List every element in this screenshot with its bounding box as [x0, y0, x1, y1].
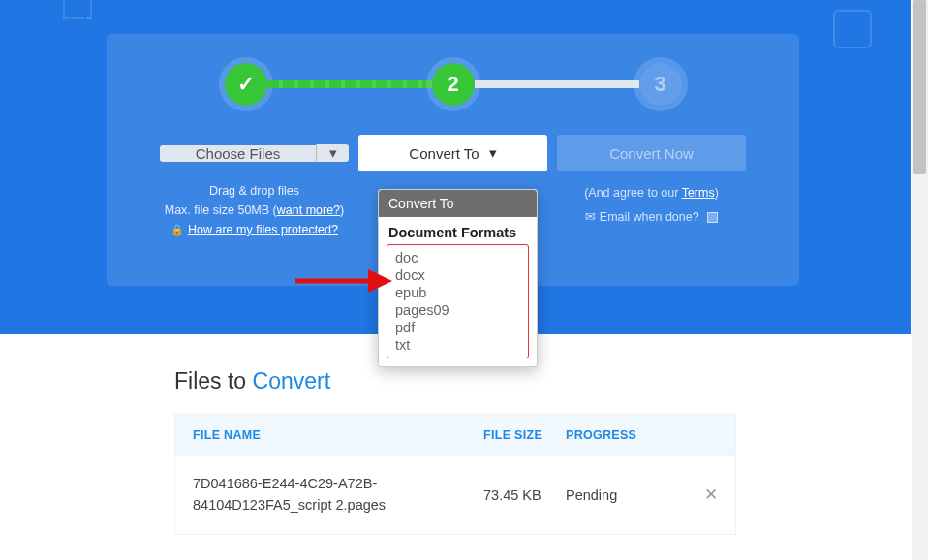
choose-files-label: Choose Files: [160, 145, 316, 162]
chevron-down-icon: ▾: [489, 144, 497, 162]
agree-text-c: ): [715, 186, 719, 200]
cell-filename: 7D041686-E244-4C29-A72B-84104D123FA5_scr…: [193, 474, 483, 516]
step-connector-2: [475, 80, 639, 88]
check-icon: [237, 72, 255, 97]
scrollbar-thumb[interactable]: [913, 0, 926, 174]
convert-to-dropdown: Convert To Document Formats doc docx epu…: [378, 189, 538, 367]
convert-to-button[interactable]: Convert To ▾: [358, 135, 547, 171]
remove-file-button[interactable]: ✕: [691, 484, 718, 505]
choose-files-caret[interactable]: ▾: [316, 144, 349, 162]
col-filename: FILE NAME: [193, 428, 483, 442]
table-row: 7D041686-E244-4C29-A72B-84104D123FA5_scr…: [175, 455, 735, 534]
title-a: Files to: [174, 368, 253, 393]
close-icon: ✕: [704, 485, 718, 504]
col-filesize: FILE SIZE: [483, 428, 566, 442]
mail-icon: [585, 210, 600, 224]
step-1: [225, 63, 267, 106]
step-2: 2: [432, 63, 475, 106]
files-table: FILE NAME FILE SIZE PROGRESS 7D041686-E2…: [174, 414, 736, 535]
cell-filesize: 73.45 KB: [483, 487, 566, 503]
choose-files-hints: Drag & drop files Max. file size 50MB (w…: [165, 181, 345, 239]
format-option[interactable]: docx: [395, 266, 520, 284]
format-option[interactable]: txt: [395, 336, 520, 354]
dropdown-group-title: Document Formats: [379, 217, 537, 240]
want-more-link[interactable]: want more?: [277, 203, 340, 217]
email-when-done-label: Email when done?: [600, 210, 699, 224]
format-option[interactable]: epub: [395, 284, 520, 301]
lock-icon: [170, 220, 184, 239]
convert-to-label: Convert To: [409, 145, 479, 162]
step-connector-1: [267, 80, 432, 88]
vertical-scrollbar[interactable]: [912, 0, 928, 560]
table-header: FILE NAME FILE SIZE PROGRESS: [175, 415, 735, 455]
col-progress: PROGRESS: [566, 428, 718, 442]
files-title: Files to Convert: [174, 368, 736, 394]
email-when-done-checkbox[interactable]: [707, 212, 718, 223]
choose-files-button[interactable]: Choose Files ▾: [160, 135, 349, 171]
format-option[interactable]: doc: [395, 249, 520, 266]
format-option[interactable]: pages09: [395, 301, 520, 319]
files-protected-link[interactable]: How are my files protected?: [188, 220, 338, 239]
dropdown-list: doc docx epub pages09 pdf txt: [387, 244, 529, 358]
hint-maxsize-a: Max. file size 50MB (: [165, 203, 277, 217]
cell-progress: Pending: [566, 487, 691, 503]
files-section: Files to Convert FILE NAME FILE SIZE PRO…: [0, 334, 911, 560]
hero: 2 3 Choose Files ▾ Drag & drop files Max…: [0, 0, 911, 334]
dropdown-header: Convert To: [379, 190, 537, 217]
terms-link[interactable]: Terms: [682, 186, 715, 200]
hint-maxsize-c: ): [340, 203, 344, 217]
hint-dragdrop: Drag & drop files: [165, 181, 345, 201]
convert-now-button[interactable]: Convert Now: [557, 135, 746, 171]
stepper: 2 3: [107, 63, 799, 106]
format-option[interactable]: pdf: [395, 319, 520, 336]
step-3: 3: [639, 63, 682, 106]
deco-tr: [833, 10, 872, 48]
agree-text-a: (And agree to our: [584, 186, 682, 200]
title-b: Convert: [253, 368, 331, 393]
deco-tl: [63, 0, 92, 19]
